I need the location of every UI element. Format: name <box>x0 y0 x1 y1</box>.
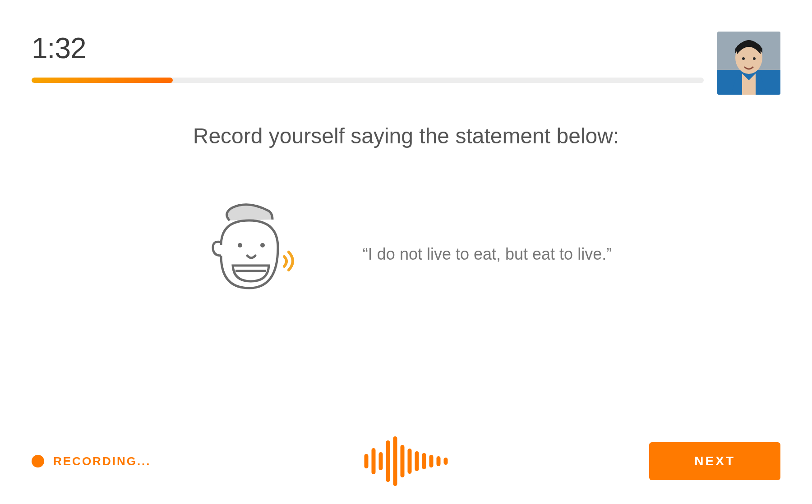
wave-bar <box>408 449 412 474</box>
timer-display: 1:32 <box>32 32 86 65</box>
main-content: Record yourself saying the statement bel… <box>32 83 780 419</box>
wave-bar <box>437 456 441 466</box>
wave-bar <box>372 448 376 474</box>
wave-bar <box>386 440 390 482</box>
wave-bar <box>379 452 383 470</box>
progress-fill <box>32 78 173 83</box>
svg-point-4 <box>742 57 745 60</box>
footer-divider <box>32 419 780 419</box>
waveform-icon <box>364 436 448 486</box>
avatar-icon <box>717 32 780 95</box>
instruction-text: Record yourself saying the statement bel… <box>193 124 619 148</box>
progress-bar <box>32 78 704 83</box>
next-button[interactable]: NEXT <box>649 442 780 480</box>
prompt-row: “I do not live to eat, but eat to live.” <box>200 202 612 306</box>
svg-point-5 <box>753 57 756 60</box>
speaking-face-icon <box>200 202 322 306</box>
wave-bar <box>422 453 426 469</box>
recording-label: RECORDING... <box>53 454 151 468</box>
wave-bar <box>444 458 448 465</box>
wave-bar <box>401 445 405 477</box>
svg-point-6 <box>238 243 242 247</box>
wave-bar <box>364 454 369 468</box>
wave-bar <box>415 451 419 471</box>
wave-bar <box>429 455 434 467</box>
recording-status: RECORDING... <box>32 454 151 468</box>
svg-point-7 <box>260 243 265 247</box>
wave-bar <box>393 436 397 486</box>
record-indicator-icon <box>32 455 44 467</box>
header: 1:32 <box>32 32 780 65</box>
statement-text: “I do not live to eat, but eat to live.” <box>363 245 612 264</box>
footer: RECORDING... NEXT <box>32 441 780 481</box>
app-container: 1:32 Record yourself saying the statemen… <box>0 0 812 504</box>
user-avatar[interactable] <box>717 32 780 95</box>
